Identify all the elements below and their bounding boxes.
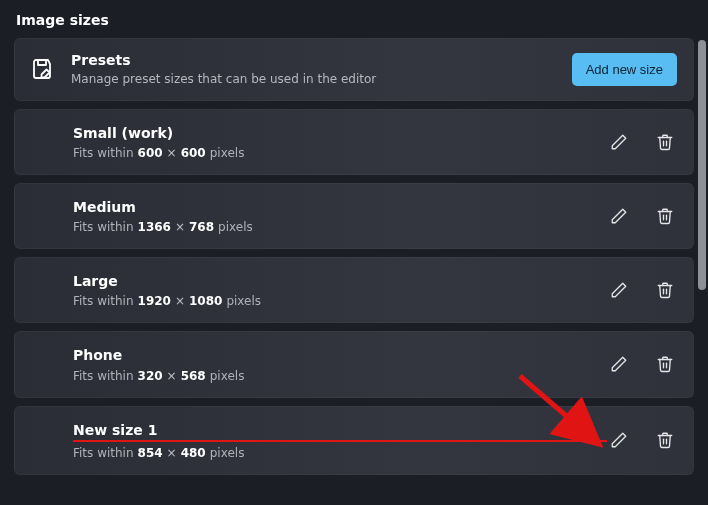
dim-height: 480 bbox=[181, 446, 206, 460]
dim-prefix: Fits within bbox=[73, 369, 134, 383]
size-row: MediumFits within1366×768pixels bbox=[14, 183, 694, 249]
dim-height: 1080 bbox=[189, 294, 222, 308]
size-row: Small (work)Fits within600×600pixels bbox=[14, 109, 694, 175]
size-name: Small (work) bbox=[73, 124, 607, 142]
trash-icon bbox=[656, 133, 674, 151]
delete-button[interactable] bbox=[653, 130, 677, 154]
size-dimensions: Fits within1366×768pixels bbox=[73, 220, 607, 234]
trash-icon bbox=[656, 207, 674, 225]
pencil-icon bbox=[610, 431, 628, 449]
size-row: LargeFits within1920×1080pixels bbox=[14, 257, 694, 323]
size-name: New size 1 bbox=[73, 421, 607, 442]
size-row-body: Small (work)Fits within600×600pixels bbox=[73, 124, 607, 160]
delete-button[interactable] bbox=[653, 204, 677, 228]
trash-icon bbox=[656, 355, 674, 373]
dim-sep: × bbox=[167, 446, 177, 460]
scrollbar-track[interactable] bbox=[696, 0, 708, 505]
size-row-actions bbox=[607, 278, 677, 302]
size-row: PhoneFits within320×568pixels bbox=[14, 331, 694, 397]
presets-header-card: Presets Manage preset sizes that can be … bbox=[14, 38, 694, 101]
image-sizes-panel: Image sizes Presets Manage preset sizes … bbox=[0, 0, 708, 501]
dim-suffix: pixels bbox=[210, 446, 245, 460]
size-row: New size 1Fits within854×480pixels bbox=[14, 406, 694, 475]
edit-button[interactable] bbox=[607, 428, 631, 452]
size-row-body: LargeFits within1920×1080pixels bbox=[73, 272, 607, 308]
pencil-icon bbox=[610, 133, 628, 151]
delete-button[interactable] bbox=[653, 352, 677, 376]
size-name: Medium bbox=[73, 198, 607, 216]
presets-subtitle: Manage preset sizes that can be used in … bbox=[71, 72, 572, 88]
pencil-icon bbox=[610, 355, 628, 373]
size-row-actions bbox=[607, 204, 677, 228]
size-dimensions: Fits within320×568pixels bbox=[73, 369, 607, 383]
trash-icon bbox=[656, 281, 674, 299]
size-row-body: New size 1Fits within854×480pixels bbox=[73, 421, 607, 460]
dim-sep: × bbox=[175, 294, 185, 308]
dim-sep: × bbox=[167, 146, 177, 160]
size-row-body: PhoneFits within320×568pixels bbox=[73, 346, 607, 382]
dim-prefix: Fits within bbox=[73, 446, 134, 460]
size-row-actions bbox=[607, 130, 677, 154]
dim-sep: × bbox=[167, 369, 177, 383]
dim-width: 1366 bbox=[138, 220, 171, 234]
dim-height: 600 bbox=[181, 146, 206, 160]
dim-prefix: Fits within bbox=[73, 146, 134, 160]
add-new-size-button[interactable]: Add new size bbox=[572, 53, 677, 86]
edit-button[interactable] bbox=[607, 204, 631, 228]
presets-title: Presets bbox=[71, 51, 572, 69]
presets-icon bbox=[31, 57, 71, 81]
dim-height: 568 bbox=[181, 369, 206, 383]
dim-suffix: pixels bbox=[218, 220, 253, 234]
size-row-actions bbox=[607, 428, 677, 452]
size-dimensions: Fits within1920×1080pixels bbox=[73, 294, 607, 308]
dim-height: 768 bbox=[189, 220, 214, 234]
dim-width: 600 bbox=[138, 146, 163, 160]
edit-button[interactable] bbox=[607, 352, 631, 376]
dim-sep: × bbox=[175, 220, 185, 234]
edit-button[interactable] bbox=[607, 278, 631, 302]
dim-prefix: Fits within bbox=[73, 294, 134, 308]
trash-icon bbox=[656, 431, 674, 449]
edit-button[interactable] bbox=[607, 130, 631, 154]
size-name: Phone bbox=[73, 346, 607, 364]
dim-suffix: pixels bbox=[226, 294, 261, 308]
dim-width: 854 bbox=[138, 446, 163, 460]
pencil-icon bbox=[610, 207, 628, 225]
size-row-actions bbox=[607, 352, 677, 376]
scrollbar-thumb[interactable] bbox=[698, 40, 706, 290]
size-row-body: MediumFits within1366×768pixels bbox=[73, 198, 607, 234]
pencil-icon bbox=[610, 281, 628, 299]
section-title: Image sizes bbox=[16, 12, 694, 28]
size-dimensions: Fits within854×480pixels bbox=[73, 446, 607, 460]
dim-suffix: pixels bbox=[210, 369, 245, 383]
dim-width: 1920 bbox=[138, 294, 171, 308]
dim-prefix: Fits within bbox=[73, 220, 134, 234]
size-name: Large bbox=[73, 272, 607, 290]
dim-suffix: pixels bbox=[210, 146, 245, 160]
delete-button[interactable] bbox=[653, 278, 677, 302]
delete-button[interactable] bbox=[653, 428, 677, 452]
size-dimensions: Fits within600×600pixels bbox=[73, 146, 607, 160]
dim-width: 320 bbox=[138, 369, 163, 383]
